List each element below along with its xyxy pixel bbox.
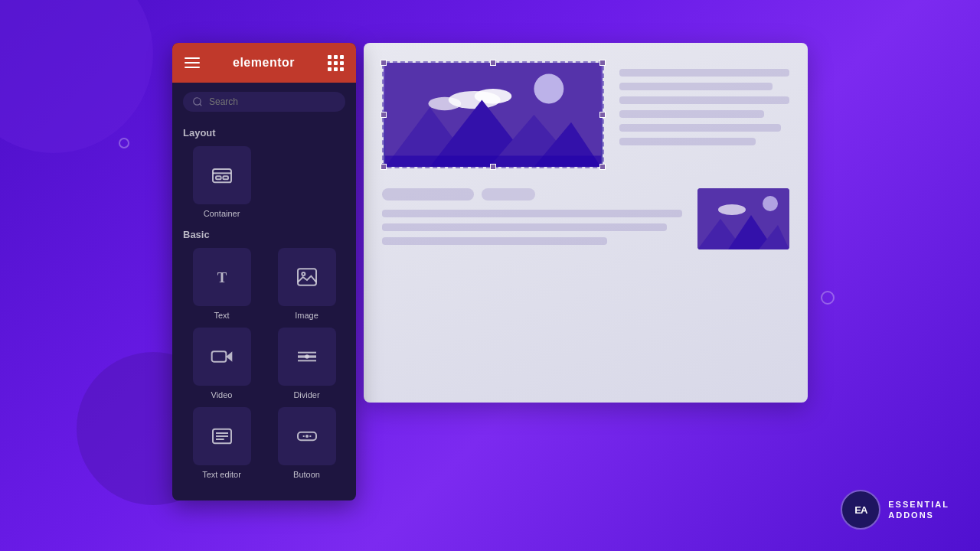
text-line-4 — [619, 110, 764, 118]
resize-handle-mr[interactable] — [599, 112, 606, 118]
svg-point-27 — [428, 97, 461, 110]
divider-icon-box — [278, 328, 336, 386]
resize-handle-bm[interactable] — [490, 164, 496, 170]
text-line-1 — [619, 69, 789, 77]
container-icon-box — [193, 146, 251, 204]
container-icon — [210, 163, 234, 187]
image-icon — [295, 265, 319, 289]
svg-marker-10 — [226, 351, 232, 361]
ea-text: ESSENTIAL ADDONS — [888, 499, 949, 521]
bottom-line-3 — [382, 237, 607, 245]
ea-badge: EA — [841, 490, 880, 530]
svg-point-24 — [534, 74, 564, 104]
sidebar-search-wrapper — [172, 83, 356, 121]
image-scene — [384, 63, 603, 167]
svg-rect-9 — [211, 351, 226, 361]
svg-rect-4 — [216, 176, 221, 179]
sidebar-body: Layout Container — [172, 121, 356, 500]
resize-handle-tl[interactable] — [381, 60, 387, 66]
svg-rect-5 — [223, 176, 228, 179]
svg-point-8 — [302, 272, 305, 276]
svg-point-0 — [194, 98, 201, 105]
widget-image[interactable]: Image — [268, 248, 345, 320]
text-line-2 — [619, 83, 773, 90]
text-icon: T — [210, 265, 234, 289]
image-icon-box — [278, 248, 336, 306]
container-label: Container — [204, 209, 240, 218]
tag-1 — [382, 188, 474, 201]
text-icon-box: T — [193, 248, 251, 306]
svg-line-1 — [200, 104, 202, 106]
svg-point-26 — [475, 89, 512, 103]
widget-video[interactable]: Video — [183, 328, 260, 399]
svg-point-20 — [305, 435, 309, 438]
video-icon-box — [193, 328, 251, 386]
text-line-5 — [619, 124, 781, 132]
resize-handle-bl[interactable] — [381, 164, 387, 170]
search-input[interactable] — [209, 96, 336, 107]
resize-handle-br[interactable] — [599, 164, 606, 170]
search-box[interactable] — [183, 92, 345, 112]
text-line-6 — [619, 138, 756, 145]
canvas-area — [364, 43, 808, 403]
selected-image-element[interactable] — [382, 61, 604, 168]
widget-text-editor[interactable]: Text editor — [183, 407, 260, 479]
text-line-3 — [619, 96, 789, 104]
widget-divider[interactable]: Divider — [268, 328, 345, 399]
button-label: Butoon — [293, 470, 320, 479]
layout-widget-grid: Container — [183, 146, 345, 218]
text-editor-label: Text editor — [202, 470, 241, 479]
widget-container[interactable]: Container — [183, 146, 260, 218]
hamburger-menu-icon[interactable] — [185, 57, 200, 68]
widget-text[interactable]: T Text — [183, 248, 260, 320]
resize-handle-tm[interactable] — [490, 60, 496, 66]
image-label: Image — [295, 311, 318, 320]
widget-button[interactable]: Butoon — [268, 407, 345, 479]
divider-icon — [295, 344, 319, 369]
sidebar-title: elementor — [233, 56, 295, 70]
svg-rect-7 — [298, 269, 316, 285]
search-icon — [192, 96, 203, 107]
video-icon — [210, 344, 234, 369]
svg-point-34 — [763, 196, 778, 211]
divider-label: Divider — [293, 390, 319, 399]
ui-wrapper: elementor Layout — [172, 43, 808, 500]
resize-handle-tr[interactable] — [599, 60, 606, 66]
svg-text:T: T — [217, 269, 227, 285]
video-label: Video — [211, 390, 233, 399]
bottom-line-2 — [382, 223, 667, 231]
grid-apps-icon[interactable] — [328, 55, 344, 71]
elementor-sidebar: elementor Layout — [172, 43, 356, 500]
text-label: Text — [214, 311, 229, 320]
main-container: elementor Layout — [0, 0, 980, 551]
layout-section-label: Layout — [183, 127, 345, 139]
thumbnail-image — [697, 188, 789, 249]
svg-point-14 — [305, 354, 309, 358]
button-icon-box — [278, 407, 336, 465]
basic-section-label: Basic — [183, 229, 345, 240]
ea-logo: EA ESSENTIAL ADDONS — [841, 490, 949, 530]
bottom-line-1 — [382, 210, 682, 217]
tag-2 — [482, 188, 535, 201]
text-editor-icon-box — [193, 407, 251, 465]
svg-point-35 — [718, 204, 746, 215]
basic-widget-grid: T Text I — [183, 248, 345, 479]
resize-handle-ml[interactable] — [381, 112, 387, 118]
svg-rect-2 — [213, 169, 231, 182]
text-editor-icon — [210, 424, 234, 448]
sidebar-header: elementor — [172, 43, 356, 83]
button-icon — [295, 424, 319, 448]
